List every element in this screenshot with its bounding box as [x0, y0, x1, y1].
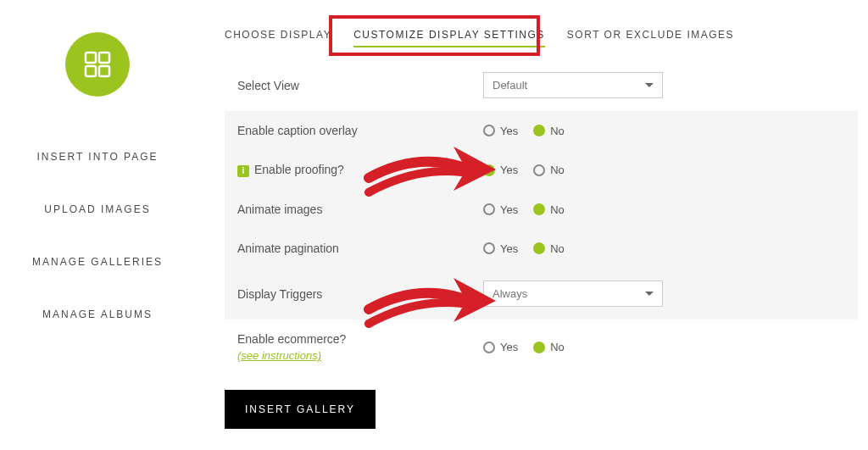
svg-rect-1 [99, 53, 109, 63]
label-enable-ecommerce: Enable ecommerce? (see instructions) [237, 332, 483, 362]
logo-disc [65, 32, 130, 97]
select-view-value: Default [492, 79, 527, 92]
animate-images-no[interactable]: No [533, 203, 565, 216]
sidebar-item-upload-images[interactable]: UPLOAD IMAGES [0, 183, 195, 236]
ecommerce-no[interactable]: No [533, 341, 565, 353]
label-animate-images: Animate images [237, 203, 483, 216]
display-triggers-dropdown[interactable]: Always [483, 281, 663, 307]
label-animate-pagination: Animate pagination [237, 242, 483, 255]
proofing-no[interactable]: No [533, 164, 565, 176]
tab-customize-display-settings[interactable]: CUSTOMIZE DISPLAY SETTINGS [353, 24, 545, 47]
caption-overlay-yes[interactable]: Yes [483, 125, 518, 137]
label-display-triggers: Display Triggers [237, 287, 483, 301]
caption-overlay-no[interactable]: No [533, 125, 565, 137]
tab-choose-display[interactable]: CHOOSE DISPLAY [225, 24, 331, 47]
chevron-down-icon [645, 292, 654, 296]
svg-rect-0 [86, 53, 96, 63]
tab-sort-or-exclude-images[interactable]: SORT OR EXCLUDE IMAGES [567, 24, 734, 47]
settings-panel: Select View Default Enable caption overl… [225, 59, 858, 375]
proofing-yes[interactable]: Yes [483, 164, 518, 176]
chevron-down-icon [645, 83, 654, 87]
info-icon[interactable]: i [237, 165, 249, 177]
display-triggers-value: Always [492, 287, 527, 300]
label-enable-proofing: iEnable proofing? [237, 163, 483, 177]
tabs: CHOOSE DISPLAY CUSTOMIZE DISPLAY SETTING… [225, 24, 734, 47]
label-caption-overlay: Enable caption overlay [237, 124, 483, 137]
svg-rect-3 [99, 66, 109, 76]
animate-pagination-yes[interactable]: Yes [483, 242, 518, 255]
animate-images-yes[interactable]: Yes [483, 203, 518, 216]
label-select-view: Select View [237, 79, 483, 92]
row-animate-pagination: Animate pagination Yes No [225, 229, 858, 268]
svg-rect-2 [86, 66, 96, 76]
row-enable-proofing: iEnable proofing? Yes No [225, 150, 858, 190]
sidebar-item-manage-albums[interactable]: MANAGE ALBUMS [0, 288, 195, 341]
row-enable-ecommerce: Enable ecommerce? (see instructions) Yes… [225, 319, 858, 375]
row-animate-images: Animate images Yes No [225, 190, 858, 229]
insert-gallery-button[interactable]: INSERT GALLERY [225, 390, 376, 429]
row-select-view: Select View Default [225, 59, 858, 111]
animate-pagination-no[interactable]: No [533, 242, 565, 255]
sidebar: INSERT INTO PAGE UPLOAD IMAGES MANAGE GA… [0, 0, 195, 450]
ecommerce-yes[interactable]: Yes [483, 341, 518, 353]
select-view-dropdown[interactable]: Default [483, 72, 663, 98]
sidebar-item-manage-galleries[interactable]: MANAGE GALLERIES [0, 236, 195, 288]
grid-icon [81, 47, 114, 81]
row-caption-overlay: Enable caption overlay Yes No [225, 111, 858, 150]
sidebar-item-insert-into-page[interactable]: INSERT INTO PAGE [0, 131, 195, 183]
ecommerce-instructions-link[interactable]: (see instructions) [237, 349, 483, 362]
row-display-triggers: Display Triggers Always [225, 268, 858, 319]
